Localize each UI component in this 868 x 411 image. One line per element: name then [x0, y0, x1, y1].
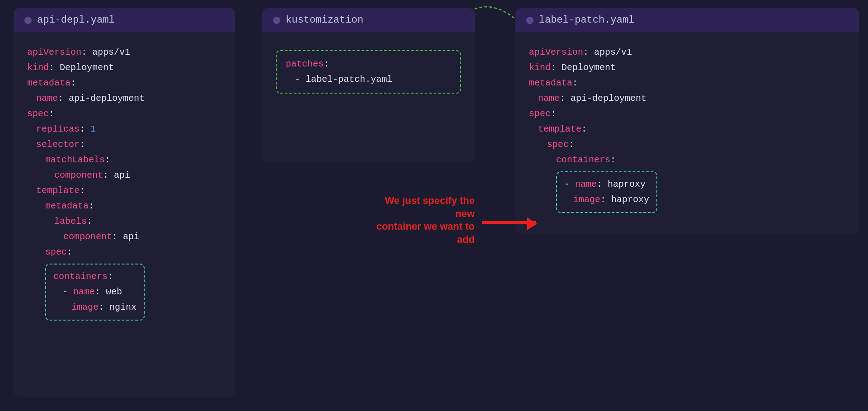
key-name-left: name	[36, 93, 58, 104]
line-metadata2-left: metadata:	[45, 198, 222, 214]
key-kind-left: kind	[27, 62, 49, 73]
key-image-right: image	[573, 194, 600, 205]
key-containers-left: containers	[53, 271, 108, 282]
dashed-box-patches: patches: - label-patch.yaml	[276, 50, 461, 94]
key-containers-right: containers	[556, 155, 610, 165]
line-kind-left: kind: Deployment	[27, 60, 222, 76]
key-metadata2-left: metadata	[45, 201, 89, 211]
card-header-middle: kustomization	[262, 8, 475, 32]
key-name-right: name	[538, 93, 560, 104]
line-patches: patches:	[286, 57, 451, 72]
dashed-box-containers-left: containers: - name: web image: nginx	[45, 264, 145, 321]
key-component1-left: component	[54, 170, 103, 180]
card-title-left: api-depl.yaml	[37, 14, 115, 26]
line-component2-left: component: api	[63, 229, 222, 245]
line-dash-name-left: - name: web	[62, 284, 137, 300]
line-template-left: template:	[36, 183, 222, 198]
line-name-right: name: api-deployment	[538, 91, 845, 106]
line-component1-left: component: api	[54, 168, 222, 183]
line-metadata-left: metadata:	[27, 76, 222, 91]
card-body-middle: patches: - label-patch.yaml	[262, 32, 475, 112]
key-template-right: template	[538, 124, 581, 134]
key-selector-left: selector	[36, 139, 80, 150]
key-metadata-left: metadata	[27, 78, 71, 88]
line-labels-left: labels:	[54, 214, 222, 229]
card-header-right: label-patch.yaml	[515, 8, 859, 32]
containers-box-right: - name: haproxy image: haproxy	[556, 170, 845, 213]
card-kustomization: kustomization patches: - label-patch.yam…	[262, 8, 475, 162]
card-body-right: apiVersion: apps/v1 kind: Deployment met…	[515, 32, 859, 226]
line-name-left: name: api-deployment	[36, 91, 222, 106]
card-title-middle: kustomization	[286, 14, 363, 26]
line-selector-left: selector:	[36, 137, 222, 152]
key-apiversion-left: apiVersion	[27, 47, 81, 57]
annotation: We just specify the new container we wan…	[375, 194, 536, 246]
card-header-left: api-depl.yaml	[14, 8, 235, 32]
dashed-box-containers-right: - name: haproxy image: haproxy	[556, 171, 657, 213]
line-spec-left: spec:	[27, 106, 222, 122]
key-spec-right: spec	[529, 109, 551, 119]
key-component2-left: component	[63, 231, 112, 242]
main-canvas: api-depl.yaml apiVersion: apps/v1 kind: …	[0, 0, 868, 411]
card-label-patch: label-patch.yaml apiVersion: apps/v1 kin…	[515, 8, 859, 234]
line-replicas-left: replicas: 1	[36, 122, 222, 137]
line-image-right: image: haproxy	[573, 192, 649, 208]
key-replicas-left: replicas	[36, 124, 80, 134]
line-spec2-right: spec:	[547, 137, 845, 152]
annotation-line2: container we want to add	[376, 221, 475, 245]
line-containers-left: containers:	[53, 269, 137, 284]
patches-value: - label-patch.yaml	[295, 74, 392, 85]
line-spec-right: spec:	[529, 106, 845, 122]
card-api-depl: api-depl.yaml apiVersion: apps/v1 kind: …	[14, 8, 235, 397]
line-template-right: template:	[538, 122, 845, 137]
key-labels-left: labels	[54, 216, 87, 227]
line-apiversion-right: apiVersion: apps/v1	[529, 45, 845, 60]
key-name2-right: name	[575, 179, 597, 189]
key-spec-left: spec	[27, 109, 49, 119]
key-spec2-left: spec	[45, 247, 67, 257]
key-spec2-right: spec	[547, 139, 569, 150]
line-apiversion-left: apiVersion: apps/v1	[27, 45, 222, 60]
key-matchlabels-left: matchLabels	[45, 155, 105, 165]
annotation-arrow	[482, 217, 536, 224]
containers-box-left: containers: - name: web image: nginx	[45, 262, 222, 321]
line-image-left: image: nginx	[71, 300, 137, 315]
line-kind-right: kind: Deployment	[529, 60, 845, 76]
line-spec2-left: spec:	[45, 245, 222, 260]
card-dot-left	[24, 17, 32, 24]
key-kind-right: kind	[529, 62, 551, 73]
card-title-right: label-patch.yaml	[539, 14, 634, 26]
card-dot-middle	[273, 17, 280, 24]
line-patches-value: - label-patch.yaml	[295, 72, 451, 87]
key-image-left: image	[71, 302, 99, 312]
line-matchlabels-left: matchLabels:	[45, 152, 222, 168]
key-name2-left: name	[73, 287, 95, 297]
key-patches: patches	[286, 59, 324, 69]
line-containers-label-right: containers:	[556, 152, 845, 168]
annotation-line1: We just specify the new	[385, 195, 475, 219]
card-dot-right	[526, 17, 533, 24]
card-body-left: apiVersion: apps/v1 kind: Deployment met…	[14, 32, 235, 333]
annotation-text: We just specify the new container we wan…	[375, 194, 475, 246]
key-template-left: template	[36, 185, 80, 196]
line-metadata-right: metadata:	[529, 76, 845, 91]
line-dash-name-right: - name: haproxy	[564, 177, 649, 192]
key-metadata-right: metadata	[529, 78, 572, 88]
key-apiversion-right: apiVersion	[529, 47, 583, 57]
